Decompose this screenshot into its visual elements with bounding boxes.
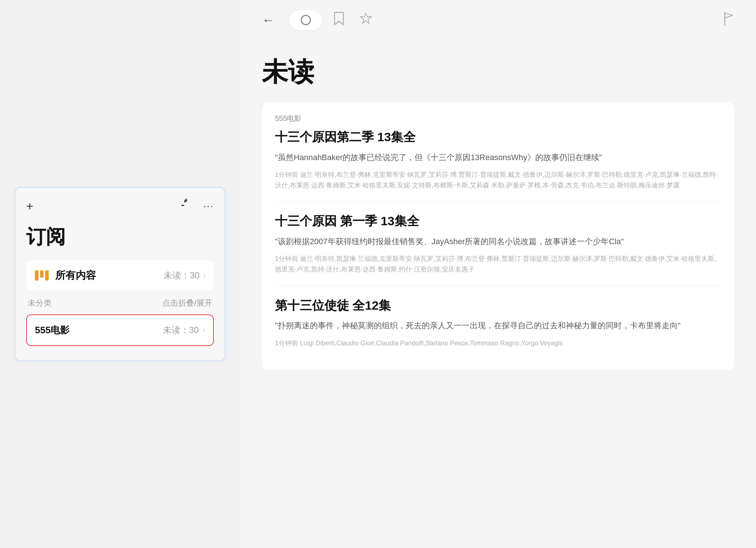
article-item-2[interactable]: 第十三位使徒 全12集 "扑朔离迷的事件，神秘莫测的组织，死去的亲人又一一出现，… — [275, 286, 721, 360]
all-content-chevron: › — [203, 271, 206, 280]
add-button[interactable]: + — [26, 200, 33, 212]
article-excerpt-1: "该剧根据2007年获得纽约时报最佳销售奖、JayAsher所著的同名小说改篇，… — [275, 235, 721, 248]
nav-bar: ← — [240, 0, 756, 40]
toolbar-right-icons: ··· — [181, 199, 214, 214]
card-toolbar: + ··· — [26, 199, 214, 214]
uncategorized-label: 未分类 — [28, 298, 52, 309]
svg-marker-0 — [360, 13, 371, 23]
bookmark-button[interactable] — [333, 12, 345, 28]
back-button[interactable]: ← — [262, 12, 275, 28]
all-content-item[interactable]: 所有内容 未读：30 › — [26, 261, 214, 290]
article-excerpt-2: "扑朔离迷的事件，神秘莫测的组织，死去的亲人又一一出现，在探寻自己的过去和神秘力… — [275, 319, 721, 332]
category-item-555[interactable]: 555电影 未读：30 › — [26, 314, 214, 346]
refresh-button[interactable] — [181, 199, 195, 214]
article-meta-1: 1分钟前 迪兰·明奈特,凯瑟琳·兰福德,克里斯蒂安·纳瓦罗,艾莉莎·博,布兰登·… — [275, 254, 721, 275]
page-title: 未读 — [262, 55, 734, 90]
star-button[interactable] — [359, 12, 372, 28]
category-unread: 未读：30 — [163, 324, 199, 336]
pocket-icon — [34, 268, 49, 283]
content-area: 未读 555电影 十三个原因第二季 13集全 "虽然HannahBaker的故事… — [240, 40, 756, 548]
more-button[interactable]: ··· — [203, 201, 214, 211]
article-meta-2: 1分钟前 Luigi Diberti,Claudio Gioè,Claudia … — [275, 338, 721, 349]
all-content-unread: 未读：30 — [164, 270, 200, 281]
subscription-title: 订阅 — [26, 224, 214, 250]
circle-nav-button[interactable] — [289, 10, 322, 30]
all-content-label: 所有内容 — [55, 269, 164, 282]
article-excerpt-0: "虽然HannahBaker的故事已经说完了，但《十三个原因13ReasonsW… — [275, 151, 721, 164]
circle-icon — [301, 15, 311, 25]
article-meta-0: 1分钟前 迪兰·明奈特,布兰登·弗林,克里斯蒂安·纳瓦罗,艾莉莎·博,贾斯汀·普… — [275, 170, 721, 191]
article-list: 555电影 十三个原因第二季 13集全 "虽然HannahBaker的故事已经说… — [262, 103, 734, 370]
article-item-0[interactable]: 555电影 十三个原因第二季 13集全 "虽然HannahBaker的故事已经说… — [275, 114, 721, 201]
article-item-1[interactable]: 十三个原因 第一季 13集全 "该剧根据2007年获得纽约时报最佳销售奖、Jay… — [275, 202, 721, 285]
category-chevron: › — [203, 325, 205, 335]
left-panel: + ··· 订阅 — [0, 0, 240, 548]
right-panel: ← 未读 555电影 十三个原因第二季 — [240, 0, 756, 548]
article-title-2: 第十三位使徒 全12集 — [275, 297, 721, 314]
uncategorized-row: 未分类 点击折叠/展开 — [26, 298, 214, 309]
article-source-0: 555电影 — [275, 114, 721, 123]
fold-action[interactable]: 点击折叠/展开 — [162, 298, 212, 309]
category-name: 555电影 — [35, 324, 163, 337]
subscription-card: + ··· 订阅 — [15, 187, 225, 361]
article-title-1: 十三个原因 第一季 13集全 — [275, 213, 721, 230]
article-title-0: 十三个原因第二季 13集全 — [275, 128, 721, 146]
flag-button[interactable] — [723, 12, 734, 28]
